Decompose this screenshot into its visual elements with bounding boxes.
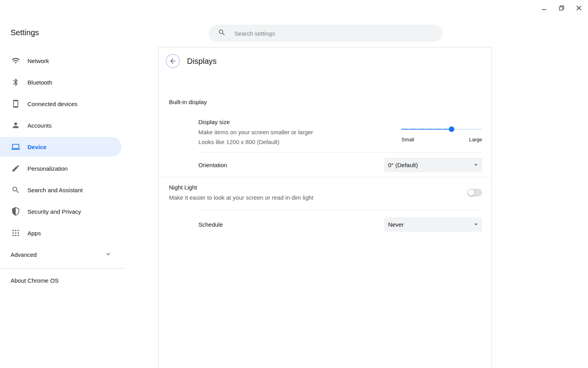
back-button[interactable] [166,54,180,68]
shield-icon [11,207,20,216]
orientation-select[interactable]: 0° (Default) [384,158,482,172]
sidebar-item-label: Personalization [27,165,68,172]
search-icon [11,185,20,195]
night-light-description: Make it easier to look at your screen or… [169,193,314,202]
search-icon [218,29,226,38]
display-size-label: Display size [198,117,313,127]
bluetooth-icon [11,78,20,87]
schedule-row: Schedule Never [159,211,492,238]
displays-settings-card: Displays Built-in display Display size M… [158,47,492,368]
wifi-icon [11,56,20,65]
apps-grid-icon [11,228,20,238]
sidebar-item-label: Network [27,58,49,64]
sidebar-item-search-assistant[interactable]: Search and Assistant [0,180,122,200]
toggle-knob [468,189,474,196]
display-size-current-value: Looks like 1200 x 800 (Default) [198,137,313,147]
person-icon [11,121,20,130]
display-size-slider-fill [401,129,452,130]
laptop-icon [11,142,20,152]
smartphone-icon [11,99,20,108]
window-controls [539,3,583,13]
minimize-icon [541,5,547,11]
slider-labels: Small Large [401,137,482,143]
schedule-select[interactable]: Never [384,217,482,232]
display-size-description: Make items on your screen smaller or lar… [198,127,313,137]
sidebar-advanced-toggle[interactable]: Advanced [0,245,122,264]
about-label: About Chrome OS [11,277,59,284]
dropdown-arrow-icon [472,220,480,228]
night-light-label: Night Light [169,182,314,193]
chevron-down-icon [104,250,112,259]
sidebar-item-device[interactable]: Device [0,137,122,157]
display-size-slider-wrap: Small Large [401,117,482,147]
search-bar[interactable] [209,25,443,42]
close-icon [576,5,582,11]
schedule-label: Schedule [198,221,223,228]
sidebar-item-network[interactable]: Network [0,51,122,70]
slider-max-label: Large [469,137,482,143]
schedule-value: Never [388,221,404,228]
close-button[interactable] [574,3,583,13]
sidebar-item-label: Device [27,144,46,150]
restore-icon [559,5,564,11]
page-header: Displays [166,54,492,68]
sidebar-item-personalization[interactable]: Personalization [0,159,122,178]
brush-icon [11,164,20,173]
orientation-row: Orientation 0° (Default) [159,153,492,177]
display-size-slider-thumb[interactable] [449,126,454,132]
display-size-slider[interactable] [401,126,482,132]
sidebar-item-apps[interactable]: Apps [0,223,122,243]
search-input[interactable] [234,30,443,37]
page-title: Displays [187,57,217,66]
sidebar-item-label: Search and Assistant [27,187,83,193]
orientation-label: Orientation [198,162,227,168]
section-title-built-in-display: Built-in display [169,99,492,105]
orientation-value: 0° (Default) [388,162,418,168]
night-light-row: Night Light Make it easier to look at yo… [159,177,492,210]
dropdown-arrow-icon [472,161,480,169]
sidebar-item-label: Apps [27,230,41,236]
sidebar-divider [0,268,125,269]
advanced-label: Advanced [11,251,37,258]
sidebar-item-connected-devices[interactable]: Connected devices [0,94,122,114]
restore-button[interactable] [557,3,566,13]
sidebar-item-bluetooth[interactable]: Bluetooth [0,72,122,92]
sidebar-item-about-chrome-os[interactable]: About Chrome OS [0,271,122,290]
sidebar: Network Bluetooth Connected devices Acco… [0,47,158,290]
night-light-toggle[interactable] [467,189,482,197]
sidebar-item-security-privacy[interactable]: Security and Privacy [0,202,122,221]
slider-min-label: Small [401,137,414,143]
night-light-text: Night Light Make it easier to look at yo… [169,182,314,202]
sidebar-item-label: Accounts [27,122,52,129]
sidebar-item-accounts[interactable]: Accounts [0,115,122,135]
minimize-button[interactable] [539,3,549,13]
app-title: Settings [11,28,39,37]
display-size-text: Display size Make items on your screen s… [198,117,313,147]
arrow-back-icon [169,57,177,65]
sidebar-item-label: Bluetooth [27,79,52,86]
display-size-row: Display size Make items on your screen s… [198,117,482,147]
sidebar-item-label: Connected devices [27,101,78,107]
sidebar-item-label: Security and Privacy [27,208,81,215]
